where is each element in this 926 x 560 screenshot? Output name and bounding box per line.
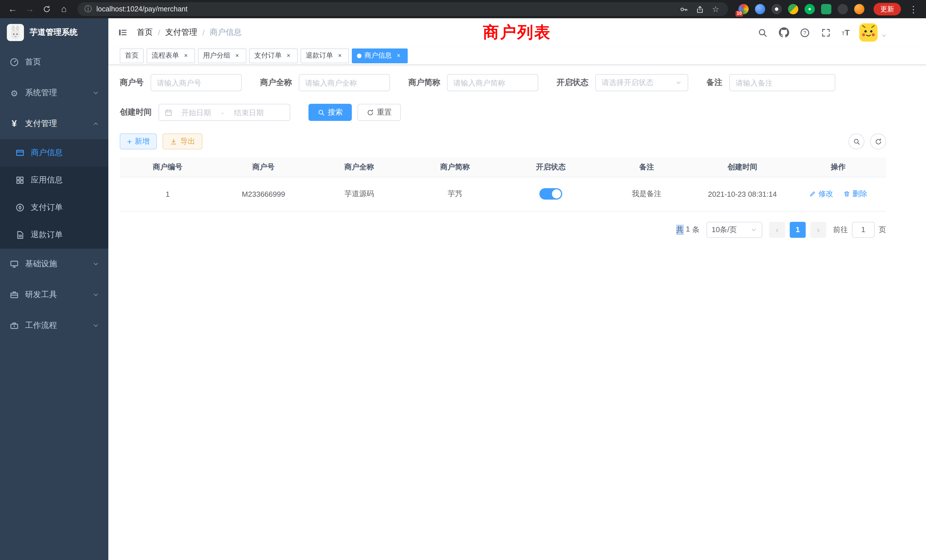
breadcrumb-pay-management[interactable]: 支付管理: [165, 27, 197, 38]
share-icon[interactable]: [694, 3, 705, 15]
create-time-range-picker[interactable]: -: [159, 104, 290, 121]
fullscreen-icon[interactable]: [820, 27, 832, 38]
tab-user-group[interactable]: 用户分组 ×: [198, 48, 246, 63]
github-icon[interactable]: [778, 27, 790, 38]
merchant-short-name-input-field[interactable]: [453, 79, 532, 87]
sidebar-item-label: 支付订单: [31, 203, 99, 213]
reset-button[interactable]: 重置: [357, 104, 401, 121]
jumper-prefix: 前往: [833, 224, 848, 235]
start-date-input[interactable]: [176, 108, 217, 117]
delete-link[interactable]: 删除: [843, 189, 867, 199]
col-full-name: 商户全称: [311, 157, 407, 177]
sidebar-item-dev-tools[interactable]: 研发工具: [0, 279, 108, 310]
tab-label: 用户分组: [203, 51, 230, 61]
sidebar-item-infra[interactable]: 基础设施: [0, 249, 108, 279]
tab-refund-order[interactable]: 退款订单 ×: [301, 48, 349, 63]
next-page-button[interactable]: ›: [810, 221, 826, 238]
page-number-1[interactable]: 1: [790, 221, 806, 238]
end-date-input[interactable]: [228, 108, 269, 117]
sidebar-collapse-icon[interactable]: [117, 26, 129, 39]
page-annotation-title: 商户列表: [483, 22, 551, 43]
status-select[interactable]: 请选择开启状态: [595, 74, 688, 91]
extension-icon-2[interactable]: [755, 4, 765, 14]
remark-input[interactable]: [729, 74, 835, 91]
close-icon[interactable]: ×: [336, 51, 344, 60]
chevron-down-icon: [675, 79, 682, 86]
sidebar-item-pay[interactable]: ¥ 支付管理: [0, 108, 108, 139]
sidebar-item-refund-order[interactable]: 退款订单: [0, 221, 108, 249]
sidebar-item-merchant-info[interactable]: 商户信息: [0, 139, 108, 166]
table-toolbar: + 新增 导出: [120, 133, 886, 150]
sidebar: 芋道管理系统 首页 ⚙ 系统管理 ¥: [0, 18, 108, 560]
browser-update-button[interactable]: 更新: [873, 3, 901, 15]
page-size-select[interactable]: 10条/页: [707, 221, 763, 238]
search-button-label: 搜索: [328, 107, 343, 118]
address-bar[interactable]: ⓘ localhost:1024/pay/merchant ☆: [77, 2, 728, 16]
close-icon[interactable]: ×: [182, 51, 190, 60]
site-info-icon[interactable]: ⓘ: [85, 4, 92, 14]
merchant-no-input-field[interactable]: [157, 79, 236, 87]
toggle-search-icon[interactable]: [849, 133, 864, 150]
profile-avatar[interactable]: [854, 4, 864, 14]
merchant-full-name-input-field[interactable]: [305, 79, 384, 87]
browser-menu-icon[interactable]: ⋮: [905, 1, 921, 17]
merchant-full-name-input[interactable]: [299, 74, 390, 91]
browser-home-icon[interactable]: ⌂: [56, 1, 72, 17]
sidebar-item-app-info[interactable]: 应用信息: [0, 166, 108, 194]
cell-full-name: 芋道源码: [311, 177, 407, 211]
browser-forward-icon[interactable]: →: [22, 1, 38, 17]
table-row: 1 M233666999 芋道源码 芋艿 我是备注 2021-10-23 08:…: [120, 177, 886, 211]
user-menu[interactable]: [859, 23, 887, 42]
jump-page-input[interactable]: [852, 221, 875, 238]
filter-merchant-full-name: 商户全称: [260, 74, 390, 91]
breadcrumb-separator: [158, 28, 160, 37]
sidebar-item-label: 退款订单: [31, 230, 99, 240]
add-button[interactable]: + 新增: [120, 133, 157, 150]
col-status: 开启状态: [503, 157, 599, 177]
user-avatar[interactable]: [859, 23, 878, 42]
tab-pay-order[interactable]: 支付订单 ×: [249, 48, 298, 63]
remark-input-field[interactable]: [735, 79, 829, 87]
close-icon[interactable]: ×: [395, 51, 402, 60]
sidebar-item-pay-order[interactable]: 支付订单: [0, 194, 108, 221]
tab-process-form[interactable]: 流程表单 ×: [147, 48, 195, 63]
sidebar-item-system[interactable]: ⚙ 系统管理: [0, 77, 108, 108]
date-range-separator: -: [220, 108, 225, 117]
help-icon[interactable]: ?: [799, 27, 811, 38]
tab-merchant-info[interactable]: 商户信息 ×: [352, 48, 408, 63]
font-size-icon[interactable]: TT: [841, 29, 850, 36]
breadcrumb-home[interactable]: 首页: [137, 27, 153, 38]
extension-icon-5[interactable]: [805, 4, 815, 14]
extension-icon-3[interactable]: [772, 4, 782, 14]
extension-icon-1[interactable]: 10: [738, 4, 749, 14]
field-label: 备注: [707, 77, 722, 88]
search-button[interactable]: 搜索: [309, 104, 352, 121]
close-icon[interactable]: ×: [233, 51, 241, 60]
app-logo[interactable]: 芋道管理系统: [0, 18, 108, 47]
status-toggle[interactable]: [539, 188, 562, 200]
chevron-down-icon: [92, 322, 99, 329]
refresh-icon[interactable]: [870, 133, 886, 150]
app-title: 芋道管理系统: [30, 27, 77, 38]
sidebar-item-workflow[interactable]: 工作流程: [0, 310, 108, 341]
extensions-area: 10: [734, 4, 869, 14]
extension-icon-6[interactable]: [821, 4, 831, 14]
filter-merchant-short-name: 商户简称: [408, 74, 538, 91]
password-key-icon[interactable]: [678, 3, 689, 15]
delete-link-label: 删除: [852, 189, 867, 199]
edit-link[interactable]: 修改: [809, 189, 833, 199]
search-icon[interactable]: [757, 27, 769, 38]
browser-back-icon[interactable]: ←: [5, 1, 21, 17]
prev-page-button[interactable]: ‹: [769, 221, 785, 238]
merchant-no-input[interactable]: [151, 74, 242, 91]
tab-home[interactable]: 首页: [120, 48, 144, 63]
extension-icon-4[interactable]: [788, 4, 798, 14]
bookmark-star-icon[interactable]: ☆: [710, 3, 721, 15]
merchant-short-name-input[interactable]: [447, 74, 538, 91]
export-button[interactable]: 导出: [162, 133, 203, 150]
chevron-down-icon[interactable]: [881, 32, 887, 39]
browser-reload-icon[interactable]: [39, 1, 55, 17]
sidebar-item-home[interactable]: 首页: [0, 47, 108, 77]
extension-icon-7[interactable]: [838, 4, 848, 14]
close-icon[interactable]: ×: [284, 51, 292, 60]
